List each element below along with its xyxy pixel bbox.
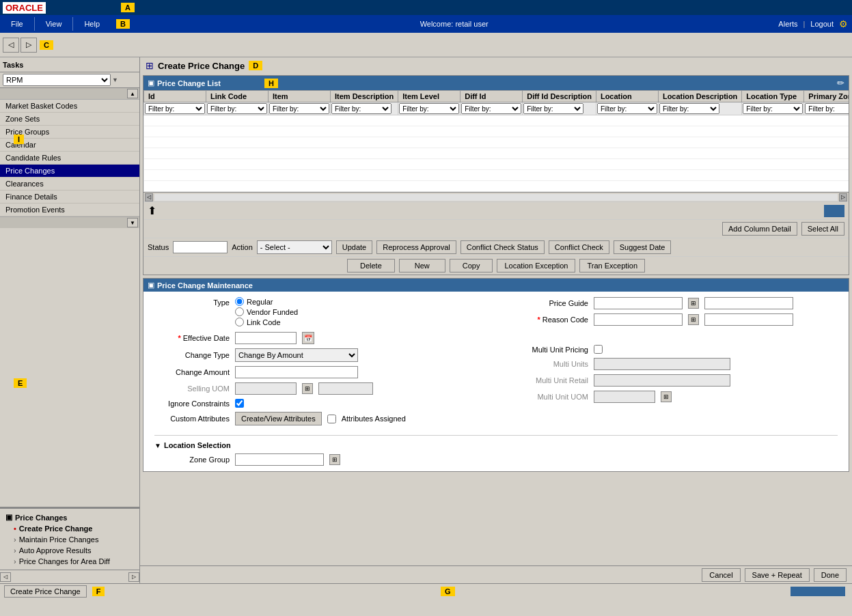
filter-primary-zone[interactable]: Filter by: bbox=[805, 103, 849, 114]
table-scroll-right[interactable]: ▷ bbox=[839, 193, 847, 201]
selling-uom-table-btn[interactable]: ⊞ bbox=[302, 383, 313, 394]
col-location: Location bbox=[596, 91, 658, 102]
menu-view[interactable]: View bbox=[35, 17, 74, 31]
status-input[interactable] bbox=[173, 241, 228, 253]
table-scroll-left[interactable]: ◁ bbox=[145, 193, 153, 201]
filter-item[interactable]: Filter by: bbox=[269, 103, 329, 114]
price-guide-input[interactable] bbox=[594, 297, 683, 309]
sidebar-sub-maintain-price-changes[interactable]: › Maintain Price Changes bbox=[5, 534, 134, 545]
suggest-date-button[interactable]: Suggest Date bbox=[614, 240, 672, 254]
create-view-attributes-button[interactable]: Create/View Attributes bbox=[235, 412, 322, 425]
filter-diff-id-desc[interactable]: Filter by: bbox=[523, 103, 583, 114]
filter-location-desc[interactable]: Filter by: bbox=[659, 103, 719, 114]
sidebar-h-scroll-left[interactable]: ◁ bbox=[0, 572, 11, 582]
col-primary-zone: Primary Zone bbox=[804, 91, 849, 102]
location-exception-button[interactable]: Location Exception bbox=[497, 259, 575, 272]
price-guide-label: Price Guide bbox=[506, 299, 588, 307]
multi-unit-pricing-checkbox[interactable] bbox=[594, 345, 603, 354]
reason-code-table-btn[interactable]: ⊞ bbox=[688, 314, 699, 325]
zone-group-table-btn[interactable]: ⊞ bbox=[329, 454, 340, 465]
location-section-collapse-icon[interactable]: ▼ bbox=[154, 442, 161, 449]
select-all-button[interactable]: Select All bbox=[801, 222, 844, 236]
sidebar-sub-price-changes-area-diff[interactable]: › Price Changes for Area Diff bbox=[5, 556, 134, 567]
change-type-select[interactable]: Change By Amount Change By Percent Fixed… bbox=[235, 348, 358, 362]
attributes-assigned-checkbox[interactable] bbox=[327, 415, 336, 423]
sidebar-item-market-basket-codes[interactable]: Market Basket Codes bbox=[0, 100, 139, 113]
col-diff-id-desc: Diff Id Description bbox=[523, 91, 596, 102]
label-i-badge: I bbox=[14, 135, 24, 144]
type-label: Type bbox=[154, 297, 230, 307]
reason-code-input[interactable] bbox=[594, 313, 683, 326]
collapse-price-changes-icon[interactable]: ▣ bbox=[5, 513, 12, 522]
multi-unit-retail-input[interactable] bbox=[594, 374, 730, 387]
label-g-badge: G bbox=[441, 587, 455, 596]
col-item: Item bbox=[269, 91, 331, 102]
filter-id[interactable]: Filter by: bbox=[145, 103, 205, 114]
tasks-dropdown[interactable]: RPM bbox=[3, 74, 111, 86]
sidebar-item-clearances[interactable]: Clearances bbox=[0, 178, 139, 191]
change-amount-input[interactable] bbox=[235, 366, 358, 378]
filter-location-type[interactable]: Filter by: bbox=[743, 103, 803, 114]
multi-unit-uom-label: Multi Unit UOM bbox=[506, 393, 588, 401]
sidebar-sub-create-price-change[interactable]: • Create Price Change bbox=[5, 523, 134, 534]
sidebar-item-candidate-rules[interactable]: Candidate Rules bbox=[0, 152, 139, 165]
menu-help[interactable]: Help bbox=[73, 17, 111, 31]
sidebar-item-finance-details[interactable]: Finance Details bbox=[0, 191, 139, 204]
menu-file[interactable]: File bbox=[0, 17, 35, 31]
effective-date-input[interactable] bbox=[235, 332, 297, 344]
logout-link[interactable]: Logout bbox=[810, 20, 834, 28]
cancel-button[interactable]: Cancel bbox=[702, 568, 740, 582]
action-select[interactable]: - Select - bbox=[257, 240, 332, 254]
type-link-code-radio[interactable] bbox=[235, 318, 244, 326]
price-guide-table-btn[interactable]: ⊞ bbox=[688, 298, 699, 309]
filter-item-desc[interactable]: Filter by: bbox=[331, 103, 391, 114]
ignore-constraints-checkbox[interactable] bbox=[235, 399, 244, 408]
col-diff-id: Diff Id bbox=[461, 91, 523, 102]
type-regular-radio[interactable] bbox=[235, 297, 244, 306]
label-c-badge: C bbox=[40, 40, 53, 50]
effective-date-label: Effective Date bbox=[183, 334, 230, 342]
reprocess-approval-button[interactable]: Reprocess Approval bbox=[376, 240, 456, 254]
update-button[interactable]: Update bbox=[336, 240, 372, 254]
filter-diff-id[interactable]: Filter by: bbox=[461, 103, 521, 114]
done-button[interactable]: Done bbox=[814, 568, 847, 582]
save-repeat-button[interactable]: Save + Repeat bbox=[745, 568, 810, 582]
nav-forward-button[interactable]: ▷ bbox=[20, 38, 37, 53]
sidebar-item-promotion-events[interactable]: Promotion Events bbox=[0, 204, 139, 216]
copy-button[interactable]: Copy bbox=[450, 259, 493, 272]
multi-unit-uom-table-btn[interactable]: ⊞ bbox=[661, 391, 672, 402]
filter-location[interactable]: Filter by: bbox=[597, 103, 657, 114]
delete-button[interactable]: Delete bbox=[347, 259, 395, 272]
page-title: Create Price Change bbox=[158, 61, 245, 71]
zone-group-input[interactable] bbox=[235, 453, 324, 466]
page-icon: ⊞ bbox=[146, 60, 154, 71]
sidebar-item-price-changes[interactable]: Price Changes bbox=[0, 165, 139, 178]
add-column-detail-button[interactable]: Add Column Detail bbox=[722, 222, 797, 236]
change-amount-label: Change Amount bbox=[154, 368, 230, 376]
col-link-code: Link Code bbox=[206, 91, 269, 102]
collapse-list-icon[interactable]: ▣ bbox=[148, 79, 154, 87]
label-e-badge: E bbox=[14, 378, 27, 388]
sidebar-resize-handle[interactable] bbox=[137, 57, 139, 583]
multi-unit-uom-input[interactable] bbox=[594, 391, 655, 403]
alerts-link[interactable]: Alerts bbox=[778, 20, 797, 28]
conflict-check-status-button[interactable]: Conflict Check Status bbox=[461, 240, 545, 254]
type-vendor-funded-radio[interactable] bbox=[235, 307, 244, 316]
custom-attributes-label: Custom Attributes bbox=[154, 415, 230, 423]
effective-date-calendar[interactable]: 📅 bbox=[302, 332, 314, 344]
multi-unit-pricing-label: Multi Unit Pricing bbox=[506, 346, 588, 354]
filter-link-code[interactable]: Filter by: bbox=[207, 103, 267, 114]
sidebar-item-zone-sets[interactable]: Zone Sets bbox=[0, 113, 139, 126]
selling-uom-input[interactable] bbox=[235, 382, 297, 395]
multi-units-input[interactable] bbox=[594, 358, 730, 370]
nav-back-button[interactable]: ◁ bbox=[3, 38, 19, 53]
collapse-maintenance-icon[interactable]: ▣ bbox=[148, 281, 154, 290]
edit-icon[interactable]: ✏ bbox=[837, 78, 844, 88]
status-bar-create-button[interactable]: Create Price Change bbox=[4, 585, 87, 598]
new-button[interactable]: New bbox=[399, 259, 445, 272]
tran-exception-button[interactable]: Tran Exception bbox=[579, 259, 645, 272]
sidebar-sub-auto-approve[interactable]: › Auto Approve Results bbox=[5, 545, 134, 556]
settings-icon[interactable]: ⚙ bbox=[839, 18, 848, 29]
filter-item-level[interactable]: Filter by: bbox=[399, 103, 459, 114]
conflict-check-button[interactable]: Conflict Check bbox=[549, 240, 609, 254]
